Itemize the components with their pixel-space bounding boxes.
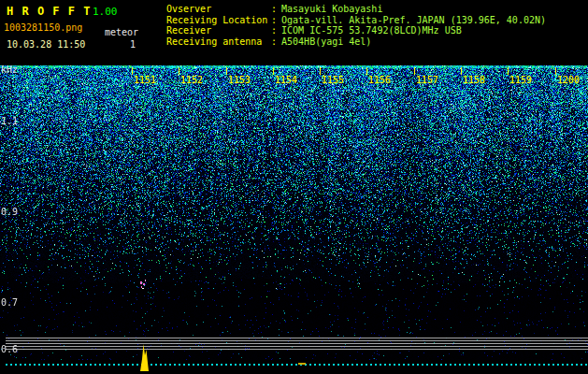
- spectrogram-canvas: [0, 65, 588, 360]
- info-label: Receiving Location: [166, 15, 271, 26]
- app-title: H R O F F T: [7, 5, 91, 18]
- time-tick-label: 1200: [557, 75, 580, 85]
- output-filename: 1003281150.png: [4, 22, 82, 33]
- info-separator: :: [271, 25, 281, 36]
- info-separator: :: [271, 36, 281, 47]
- mode-label: meteor: [105, 27, 138, 37]
- freq-tick-label: 1.1: [1, 116, 18, 126]
- time-tick-label: 1156: [368, 75, 391, 85]
- app-version: 1.00: [93, 6, 118, 18]
- info-label: Ovserver: [166, 4, 271, 15]
- time-tick-label: 1155: [322, 75, 344, 85]
- info-row-location: Receiving Location:Ogata-vill. Akita-Pre…: [166, 15, 546, 26]
- level-graph-gridlines: [6, 338, 588, 351]
- freq-tick-label: 0.7: [1, 297, 18, 308]
- info-separator: :: [271, 15, 281, 25]
- info-label: Receiver: [166, 25, 271, 36]
- time-tick-label: 1153: [228, 75, 251, 85]
- info-row-observer: Ovserver:Masayuki Kobayashi: [166, 4, 546, 15]
- freq-tick-label: 0.9: [1, 207, 18, 217]
- time-tick: [179, 67, 179, 75]
- freq-axis-unit: kHz: [1, 65, 18, 75]
- info-value: A504HB(yagi 4el): [281, 36, 371, 47]
- info-value: Ogata-vill. Akita-Pref. JAPAN (139.96E, …: [281, 15, 546, 25]
- time-tick: [414, 67, 415, 75]
- time-baseline-dotted-line: [6, 364, 588, 366]
- hrofft-window: H R O F F T 1.00 1003281150.png meteor 1…: [0, 0, 588, 374]
- time-tick-label: 1157: [416, 75, 438, 85]
- time-tick: [366, 67, 367, 75]
- info-value: ICOM IC-575 53.7492(8LCD)MHz USB: [281, 25, 462, 36]
- info-row-antenna: Receiving antenna:A504HB(yagi 4el): [166, 36, 546, 48]
- time-tick: [508, 67, 509, 75]
- time-tick: [226, 67, 227, 75]
- date-time: 10.03.28 11:50: [7, 39, 85, 50]
- time-tick-label: 1152: [180, 75, 203, 85]
- time-tick: [320, 67, 321, 75]
- info-value: Masayuki Kobayashi: [281, 4, 382, 14]
- time-tick: [132, 67, 133, 75]
- info-row-receiver: Receiver:ICOM IC-575 53.7492(8LCD)MHz US…: [166, 25, 546, 36]
- freq-tick-label: 0.6: [1, 344, 18, 354]
- time-tick-label: 1154: [275, 75, 297, 85]
- time-tick: [273, 67, 274, 75]
- info-label: Receiving antenna: [166, 36, 271, 48]
- time-tick-label: 1151: [134, 75, 156, 85]
- time-tick: [461, 67, 462, 75]
- time-tick-label: 1159: [509, 75, 532, 85]
- time-tick: [555, 67, 556, 75]
- info-separator: :: [271, 4, 281, 14]
- meteor-count: 1: [130, 39, 136, 50]
- time-tick-label: 1158: [463, 75, 485, 85]
- station-info-block: Ovserver:Masayuki Kobayashi Receiving Lo…: [166, 4, 546, 47]
